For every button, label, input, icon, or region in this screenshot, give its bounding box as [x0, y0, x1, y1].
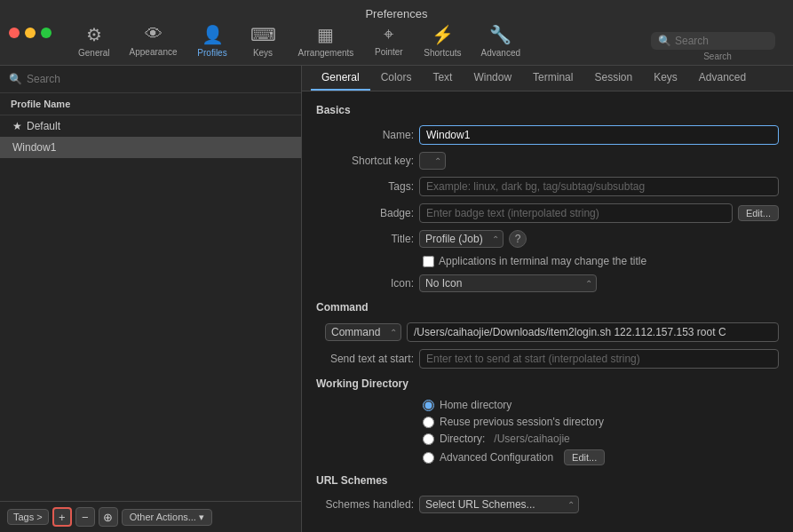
basics-section-title: Basics [316, 104, 779, 116]
tab-text[interactable]: Text [422, 66, 463, 91]
toolbar-appearance[interactable]: 👁 Appearance [121, 20, 186, 60]
tags-row: Tags: [316, 177, 779, 196]
sidebar-column-header: Profile Name [0, 93, 301, 115]
url-schemes-section-title: URL Schemes [316, 474, 779, 487]
tags-button[interactable]: Tags > [7, 509, 49, 525]
dropdown-icon: ▾ [199, 512, 204, 523]
send-text-input[interactable] [419, 349, 779, 369]
icon-select[interactable]: No Icon [419, 274, 597, 292]
tab-window[interactable]: Window [463, 66, 522, 91]
applications-label: Applications in terminal may change the … [439, 255, 646, 267]
shortcut-key-select[interactable] [419, 152, 446, 170]
wd-directory-value: /Users/caihaojie [494, 433, 569, 445]
advanced-icon: 🔧 [489, 24, 511, 45]
sidebar-search-input[interactable] [27, 73, 292, 85]
wd-advanced-edit-button[interactable]: Edit... [564, 449, 605, 465]
star-icon: ★ [12, 120, 22, 132]
title-help-button[interactable]: ? [509, 230, 527, 248]
tags-label: Tags: [316, 180, 414, 193]
tab-advanced[interactable]: Advanced [688, 66, 757, 91]
pointer-icon: ⌖ [384, 24, 393, 44]
shortcuts-icon: ⚡ [432, 24, 454, 45]
command-input[interactable] [407, 322, 779, 342]
schemes-label: Schemes handled: [316, 498, 414, 511]
name-input[interactable] [419, 125, 779, 145]
wd-reuse-row: Reuse previous session's directory [423, 416, 779, 428]
toolbar-keys[interactable]: ⌨ Keys [239, 20, 288, 61]
close-button[interactable] [9, 28, 20, 38]
name-label: Name: [316, 129, 414, 141]
search-input[interactable] [675, 35, 768, 47]
url-schemes-select-wrapper: Select URL Schemes... [419, 496, 579, 513]
search-label: Search [703, 52, 732, 61]
command-section-title: Command [316, 301, 779, 314]
sidebar-item-window1[interactable]: Window1 [0, 137, 301, 158]
wd-advanced-radio[interactable] [423, 452, 434, 464]
wd-directory-radio[interactable] [423, 433, 434, 445]
tab-session[interactable]: Session [583, 66, 643, 91]
working-directory-section-title: Working Directory [316, 377, 779, 390]
applications-checkbox[interactable] [423, 256, 434, 267]
wd-directory-row: Directory: /Users/caihaojie [423, 433, 779, 445]
wd-home-radio[interactable] [423, 400, 434, 411]
toolbar-general[interactable]: ⚙ General [69, 20, 119, 61]
search-icon: 🔍 [658, 35, 671, 47]
add-profile-button[interactable]: + [52, 507, 72, 527]
title-row: Title: Profile (Job) ? [316, 230, 779, 248]
url-schemes-row: Schemes handled: Select URL Schemes... [316, 496, 779, 513]
sidebar: 🔍 Profile Name ★ Default Window1 Tags > … [0, 66, 302, 532]
sidebar-item-default[interactable]: ★ Default [0, 115, 301, 137]
url-schemes-select[interactable]: Select URL Schemes... [419, 496, 579, 513]
wd-advanced-row: Advanced Configuration Edit... [423, 449, 779, 465]
badge-label: Badge: [316, 207, 414, 219]
wd-home-row: Home directory [423, 399, 779, 411]
name-row: Name: [316, 125, 779, 145]
badge-input[interactable] [419, 203, 733, 223]
toolbar-profiles[interactable]: 👤 Profiles [188, 20, 237, 61]
tab-colors[interactable]: Colors [370, 66, 423, 91]
working-directory-radio-group: Home directory Reuse previous session's … [423, 399, 779, 465]
wd-reuse-label: Reuse previous session's directory [440, 416, 604, 428]
tags-input[interactable] [419, 177, 779, 196]
content-area: General Colors Text Window Terminal Sess… [302, 66, 793, 532]
sidebar-footer: Tags > + − ⊕ Other Actions... ▾ [0, 501, 301, 532]
remove-profile-button[interactable]: − [75, 507, 95, 527]
wd-home-label: Home directory [440, 399, 511, 411]
toolbar: ⚙ General 👁 Appearance 👤 Profiles ⌨ Keys… [69, 20, 529, 61]
window-title: Preferences [365, 7, 427, 20]
content-tabs: General Colors Text Window Terminal Sess… [302, 66, 793, 91]
toolbar-arrangements[interactable]: ▦ Arrangements [289, 20, 363, 61]
tab-general[interactable]: General [311, 66, 370, 91]
minimize-button[interactable] [25, 28, 36, 38]
wd-directory-label: Directory: [440, 433, 485, 445]
profiles-icon: 👤 [202, 24, 224, 45]
content-body: Basics Name: Shortcut key: Tags: [302, 91, 793, 532]
title-label: Title: [316, 233, 414, 245]
other-actions-button[interactable]: Other Actions... ▾ [122, 509, 212, 526]
toolbar-shortcuts[interactable]: ⚡ Shortcuts [415, 20, 470, 61]
wd-advanced-label: Advanced Configuration [440, 451, 553, 464]
icon-row: Icon: No Icon [316, 274, 779, 292]
duplicate-profile-button[interactable]: ⊕ [99, 507, 118, 527]
general-icon: ⚙ [86, 24, 102, 45]
arrangements-icon: ▦ [317, 24, 334, 45]
maximize-button[interactable] [41, 28, 52, 38]
keys-icon: ⌨ [250, 24, 276, 45]
toolbar-search[interactable]: 🔍 [651, 32, 775, 50]
icon-label: Icon: [316, 277, 414, 290]
appearance-icon: 👁 [145, 24, 163, 44]
tab-keys[interactable]: Keys [643, 66, 688, 91]
tab-terminal[interactable]: Terminal [522, 66, 583, 91]
send-text-label: Send text at start: [316, 353, 414, 365]
badge-edit-button[interactable]: Edit... [738, 205, 779, 221]
shortcut-key-select-wrapper [419, 152, 446, 170]
toolbar-advanced[interactable]: 🔧 Advanced [472, 20, 529, 61]
title-select[interactable]: Profile (Job) [419, 230, 504, 248]
toolbar-pointer[interactable]: ⌖ Pointer [364, 20, 413, 60]
wd-reuse-radio[interactable] [423, 417, 434, 428]
command-type-select[interactable]: Command [325, 323, 401, 341]
sidebar-search-bar[interactable]: 🔍 [0, 66, 301, 93]
shortcut-key-row: Shortcut key: [316, 152, 779, 170]
command-type-wrapper: Command [325, 323, 401, 341]
applications-checkbox-row: Applications in terminal may change the … [423, 255, 779, 267]
